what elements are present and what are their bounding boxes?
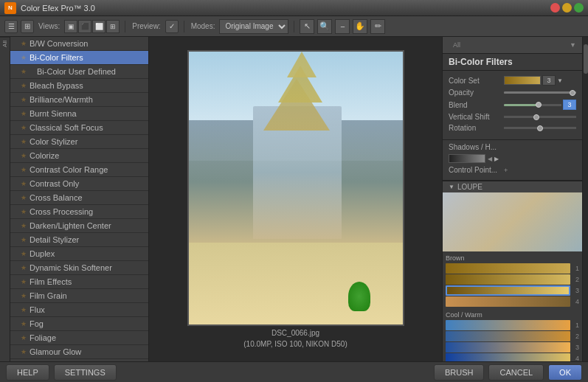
loupe-arrow: ▼ xyxy=(449,184,454,190)
vertical-shift-row: Vertical Shift xyxy=(449,113,576,121)
swatch-item[interactable]: 2 xyxy=(446,331,579,341)
title-bar: N Color Efex Pro™ 3.0 xyxy=(0,0,588,16)
opacity-label: Opacity xyxy=(449,88,504,97)
filter-item[interactable]: ★Flux xyxy=(10,303,148,317)
blend-row: Blend xyxy=(449,100,576,110)
sep3 xyxy=(294,21,294,32)
color-set-arrow[interactable]: ▼ xyxy=(557,77,563,84)
right-scroll-thumb[interactable] xyxy=(584,44,588,74)
filter-item[interactable]: ★Film Effects xyxy=(10,275,148,289)
panel-collapse-icon[interactable]: ▼ xyxy=(570,41,576,49)
filter-item[interactable]: ★Film Grain xyxy=(10,289,148,303)
help-button[interactable]: HELP xyxy=(6,364,49,381)
grid-toggle[interactable]: ⊞ xyxy=(21,20,34,33)
filter-list[interactable]: ★B/W Conversion★Bi-Color Filters★Bi-Colo… xyxy=(10,37,149,361)
app-icon: N xyxy=(4,2,16,14)
arrow-tool[interactable]: ↖ xyxy=(300,19,314,34)
swatch-category: Brown1234 xyxy=(446,254,579,307)
shadows-right-arrow[interactable]: ▶ xyxy=(494,156,499,162)
filter-item[interactable]: ★Foliage xyxy=(10,331,148,345)
control-point-btn[interactable]: + xyxy=(504,167,508,174)
swatch-item[interactable]: 1 xyxy=(446,263,579,274)
filter-item[interactable]: ★Darken/Lighten Center xyxy=(10,219,148,233)
preview-filename: DSC_0066.jpg xyxy=(271,329,319,337)
preview-toggle[interactable]: ✓ xyxy=(165,20,179,33)
all-label: All xyxy=(449,40,465,50)
filter-item[interactable]: ★Cross Balance xyxy=(10,191,148,205)
close-button[interactable] xyxy=(550,3,560,13)
hand-tool[interactable]: ✋ xyxy=(353,19,367,34)
tab-all[interactable]: All xyxy=(0,37,10,50)
cancel-button[interactable]: CANCEL xyxy=(488,364,544,381)
swatch-item[interactable]: 4 xyxy=(446,296,579,307)
bottom-bar: HELP SETTINGS BRUSH CANCEL OK xyxy=(0,361,588,382)
shadows-row: Shadows / H... xyxy=(449,143,576,151)
color-set-row: Color Set ▼ xyxy=(449,75,576,86)
filter-item[interactable]: ★Contrast Only xyxy=(10,177,148,191)
shadows-left-arrow[interactable]: ◀ xyxy=(488,156,492,162)
filter-item[interactable]: ★Graduated Filters xyxy=(10,359,148,361)
control-point-row: Control Point... + xyxy=(449,166,576,174)
controls-area: Color Set ▼ Opacity Blend xyxy=(443,71,582,140)
modes-select[interactable]: Original Image xyxy=(219,19,288,34)
filter-item[interactable]: ★Cross Processing xyxy=(10,205,148,219)
filter-item[interactable]: ★Contrast Color Range xyxy=(10,163,148,177)
brush-button[interactable]: BRUSH xyxy=(434,364,485,381)
shadows-section: Shadows / H... ◀ ▶ Control Point... + xyxy=(443,140,582,181)
color-set-value[interactable] xyxy=(542,75,556,86)
filter-item[interactable]: ★Bi-Color User Defined xyxy=(10,65,148,79)
ok-button[interactable]: OK xyxy=(548,364,582,381)
filter-item[interactable]: ★Detail Stylizer xyxy=(10,233,148,247)
minimize-button[interactable] xyxy=(562,3,572,13)
right-panel: All ▼ Bi-Color Filters Color Set ▼ Opaci… xyxy=(442,37,582,361)
filter-item[interactable]: ★Glamour Glow xyxy=(10,345,148,359)
opacity-row: Opacity xyxy=(449,88,576,97)
filter-item[interactable]: ★B/W Conversion xyxy=(10,37,148,51)
swatch-item[interactable]: 1 xyxy=(446,320,579,330)
filter-item[interactable]: ★Duplex xyxy=(10,247,148,261)
preview-container xyxy=(187,50,404,326)
zoom-out-tool[interactable]: − xyxy=(335,19,350,34)
color-picker-tool[interactable]: ✏ xyxy=(370,19,385,34)
swatch-item[interactable]: 2 xyxy=(446,274,579,285)
color-swatches-panel: Brown1234Cool / Warm1234Green / Brown123… xyxy=(443,251,582,361)
filter-item[interactable]: ★Burnt Sienna xyxy=(10,107,148,121)
blend-value[interactable] xyxy=(563,100,576,110)
side-tabs: All xyxy=(0,37,10,361)
rotation-label: Rotation xyxy=(449,124,504,132)
view-split-h[interactable]: ⬛ xyxy=(78,20,91,33)
view-split-v[interactable]: ⬜ xyxy=(92,20,106,33)
filter-item[interactable]: ★Colorize xyxy=(10,149,148,163)
preview-image xyxy=(189,52,403,324)
panel-title: Bi-Color Filters xyxy=(443,54,582,71)
main-area: All ★B/W Conversion★Bi-Color Filters★Bi-… xyxy=(0,37,588,361)
filter-item[interactable]: ★Dynamic Skin Softener xyxy=(10,261,148,275)
loupe-header[interactable]: ▼ LOUPE xyxy=(443,181,582,192)
modes-label: Modes: xyxy=(191,22,215,30)
sep2 xyxy=(184,21,184,32)
zoom-in-tool[interactable]: 🔍 xyxy=(317,19,332,34)
views-toggle[interactable]: ☰ xyxy=(4,20,18,33)
rotation-row: Rotation xyxy=(449,124,576,132)
view-buttons: ▣ ⬛ ⬜ ⊞ xyxy=(64,20,120,33)
view-single[interactable]: ▣ xyxy=(64,20,77,33)
loupe-section: ▼ LOUPE xyxy=(443,181,582,251)
app-title: Color Efex Pro™ 3.0 xyxy=(21,4,95,13)
right-panel-header: All ▼ xyxy=(443,37,582,54)
filter-item[interactable]: ★Bi-Color Filters xyxy=(10,51,148,65)
swatch-item[interactable]: 3 xyxy=(446,285,579,296)
settings-button[interactable]: SETTINGS xyxy=(54,364,117,381)
filter-item[interactable]: ★Fog xyxy=(10,317,148,331)
filter-item[interactable]: ★Bleach Bypass xyxy=(10,79,148,93)
toolbar: ☰ ⊞ Views: ▣ ⬛ ⬜ ⊞ Preview: ✓ Modes: Ori… xyxy=(0,16,588,37)
maximize-button[interactable] xyxy=(574,3,584,13)
swatch-item[interactable]: 4 xyxy=(446,353,579,361)
filter-item[interactable]: ★Classical Soft Focus xyxy=(10,121,148,135)
filter-item[interactable]: ★Brilliance/Warmth xyxy=(10,93,148,107)
shadows-label: Shadows / H... xyxy=(449,143,504,151)
view-quad[interactable]: ⊞ xyxy=(106,20,120,33)
swatch-item[interactable]: 3 xyxy=(446,342,579,353)
filter-item[interactable]: ★Color Stylizer xyxy=(10,135,148,149)
swatch-category: Cool / Warm1234 xyxy=(446,311,579,361)
loupe-label: LOUPE xyxy=(457,183,482,191)
